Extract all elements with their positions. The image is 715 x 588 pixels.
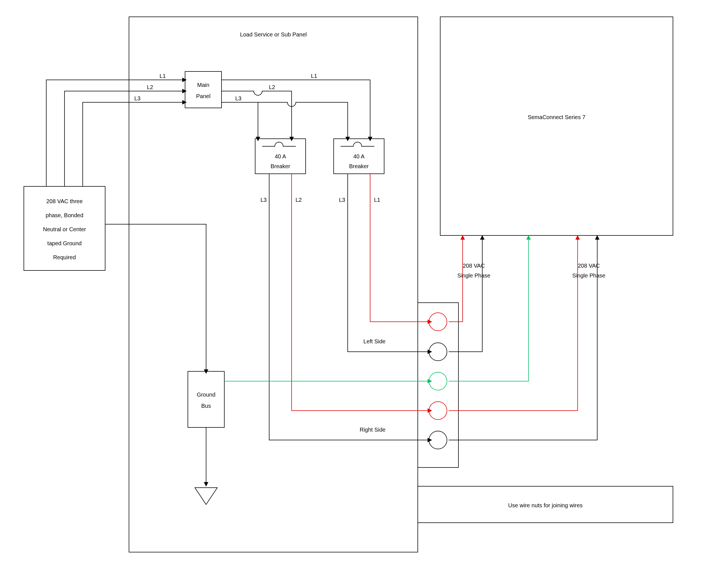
svg-text:L3: L3 xyxy=(134,95,141,102)
svg-marker-34 xyxy=(595,235,599,239)
load-service-panel xyxy=(129,17,418,552)
ground-bus-l1: Ground xyxy=(197,392,216,398)
main-panel-box xyxy=(185,71,222,108)
ground-bus-box xyxy=(188,371,224,427)
breaker-right: 40 A Breaker xyxy=(334,139,384,174)
panel-title: Load Service or Sub Panel xyxy=(240,31,307,38)
main-panel-l2: Panel xyxy=(196,93,210,99)
source-line5: Required xyxy=(53,254,76,260)
svg-text:Breaker: Breaker xyxy=(349,163,369,169)
vac-right-l2: Single Phase xyxy=(572,272,605,278)
svg-text:L1: L1 xyxy=(160,73,166,79)
svg-text:40 A: 40 A xyxy=(353,153,365,160)
sema-feed-ground xyxy=(449,235,531,381)
svg-text:L2: L2 xyxy=(147,84,153,90)
breaker-left: 40 A Breaker xyxy=(255,139,306,174)
svg-text:40 A: 40 A xyxy=(275,153,286,160)
svg-text:L1: L1 xyxy=(311,73,317,79)
source-line2: phase, Bonded xyxy=(46,212,84,218)
vac-right-l1: 208 VAC xyxy=(578,262,600,269)
vac-left-l1: 208 VAC xyxy=(463,262,485,269)
svg-text:L3: L3 xyxy=(261,197,267,203)
svg-marker-33 xyxy=(575,235,580,239)
source-line4: taped Ground xyxy=(47,240,82,246)
main-panel-l1: Main xyxy=(197,82,209,88)
svg-text:L1: L1 xyxy=(374,197,380,203)
source-line1: 208 VAC three xyxy=(46,198,83,204)
semaconnect-label: SemaConnect Series 7 xyxy=(528,114,586,120)
svg-marker-30 xyxy=(461,235,465,239)
svg-text:L2: L2 xyxy=(269,84,275,90)
svg-text:L3: L3 xyxy=(339,197,345,203)
svg-marker-32 xyxy=(526,235,531,239)
joining-note: Use wire nuts for joining wires xyxy=(508,502,583,508)
wiring-diagram: Load Service or Sub Panel 208 VAC three … xyxy=(0,0,715,588)
svg-text:Breaker: Breaker xyxy=(270,163,290,169)
source-line3: Neutral or Center xyxy=(43,226,86,232)
svg-text:L3: L3 xyxy=(235,95,241,102)
semaconnect-box xyxy=(440,17,673,235)
ground-bus-l2: Bus xyxy=(201,403,211,409)
vac-left-l2: Single Phase xyxy=(457,272,490,278)
left-side-label: Left Side xyxy=(363,338,386,344)
svg-marker-31 xyxy=(480,235,485,239)
svg-text:L2: L2 xyxy=(295,197,302,203)
right-side-label: Right Side xyxy=(360,426,386,433)
